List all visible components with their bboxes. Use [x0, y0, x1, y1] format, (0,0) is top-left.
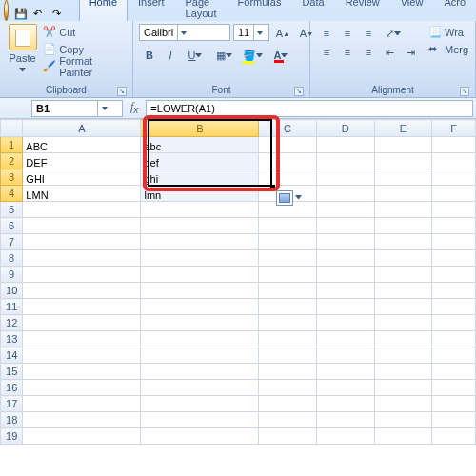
dialog-launcher-icon[interactable]: ↘	[117, 87, 127, 96]
row-header-1[interactable]: 1	[1, 137, 23, 153]
format-painter-button[interactable]: 🖌️Format Painter	[43, 58, 127, 75]
cell-E10[interactable]	[374, 283, 432, 299]
row-header-12[interactable]: 12	[1, 315, 23, 331]
dialog-launcher-icon[interactable]: ↘	[460, 87, 469, 96]
cell-B9[interactable]	[141, 267, 259, 283]
cell-F2[interactable]	[432, 153, 476, 169]
border-button[interactable]: ▦	[209, 46, 238, 65]
autofill-options-button[interactable]	[276, 190, 293, 206]
row-header-8[interactable]: 8	[1, 250, 23, 267]
cell-B19[interactable]	[141, 428, 259, 445]
cell-A2[interactable]: DEF	[23, 153, 141, 169]
cell-D3[interactable]	[316, 169, 374, 186]
formula-input[interactable]: =LOWER(A1)	[146, 100, 473, 117]
row-header-15[interactable]: 15	[1, 364, 23, 380]
cell-A13[interactable]	[23, 331, 141, 347]
cell-F8[interactable]	[432, 250, 476, 267]
col-header-C[interactable]: C	[259, 120, 317, 137]
cell-F17[interactable]	[432, 396, 476, 412]
cell-F4[interactable]	[432, 186, 476, 202]
col-header-A[interactable]: A	[23, 120, 141, 137]
cell-E18[interactable]	[374, 412, 432, 428]
cell-B17[interactable]	[141, 396, 259, 412]
cell-C13[interactable]	[259, 331, 317, 347]
cell-D2[interactable]	[316, 153, 374, 169]
paste-button[interactable]: Paste	[6, 24, 39, 75]
wrap-text-button[interactable]: 📃Wra	[428, 24, 468, 41]
tab-page-layout[interactable]: Page Layout	[175, 0, 228, 21]
row-header-18[interactable]: 18	[1, 412, 23, 428]
grow-font-button[interactable]: A▲	[272, 24, 293, 43]
cell-D5[interactable]	[316, 202, 374, 218]
row-header-4[interactable]: 4	[1, 186, 23, 202]
cell-E3[interactable]	[374, 169, 432, 186]
cell-E5[interactable]	[374, 202, 432, 218]
cell-F11[interactable]	[432, 299, 476, 315]
cell-B4[interactable]: lmn	[141, 186, 259, 202]
cell-F14[interactable]	[432, 347, 476, 364]
cell-F12[interactable]	[432, 315, 476, 331]
cell-B14[interactable]	[141, 347, 259, 364]
align-bottom-button[interactable]: ≡	[358, 24, 379, 43]
cell-B11[interactable]	[141, 299, 259, 315]
cell-C7[interactable]	[259, 234, 317, 250]
cell-D6[interactable]	[316, 218, 374, 234]
italic-button[interactable]: I	[160, 46, 181, 65]
cell-E12[interactable]	[374, 315, 432, 331]
cut-button[interactable]: ✂️Cut	[43, 24, 127, 41]
cell-C10[interactable]	[259, 283, 317, 299]
cell-B1[interactable]: abc	[141, 137, 259, 153]
chevron-down-icon[interactable]	[97, 101, 110, 116]
cell-C11[interactable]	[259, 299, 317, 315]
cell-C2[interactable]	[259, 153, 317, 169]
row-header-14[interactable]: 14	[1, 347, 23, 364]
cell-B6[interactable]	[141, 218, 259, 234]
cell-D10[interactable]	[316, 283, 374, 299]
cell-F5[interactable]	[432, 202, 476, 218]
cell-D11[interactable]	[316, 299, 374, 315]
cell-B16[interactable]	[141, 380, 259, 396]
align-left-button[interactable]: ≡	[316, 43, 337, 62]
dialog-launcher-icon[interactable]: ↘	[294, 87, 304, 96]
tab-view[interactable]: View	[390, 0, 434, 21]
row-header-16[interactable]: 16	[1, 380, 23, 396]
cell-B3[interactable]: ghi	[141, 169, 259, 186]
undo-icon[interactable]: ↶	[33, 8, 47, 21]
cell-A17[interactable]	[23, 396, 141, 412]
cell-B15[interactable]	[141, 364, 259, 380]
align-center-button[interactable]: ≡	[337, 43, 358, 62]
worksheet-grid[interactable]: ABCDEF1ABCabc2DEFdef3GHIghi4LMNlmn567891…	[0, 119, 476, 445]
cell-A12[interactable]	[23, 315, 141, 331]
merge-center-button[interactable]: ⬌Merg	[428, 41, 468, 58]
col-header-B[interactable]: B	[141, 120, 259, 137]
name-box-input[interactable]	[32, 103, 97, 114]
cell-C9[interactable]	[259, 267, 317, 283]
row-header-17[interactable]: 17	[1, 396, 23, 412]
cell-B2[interactable]: def	[141, 153, 259, 169]
row-header-6[interactable]: 6	[1, 218, 23, 234]
cell-D8[interactable]	[316, 250, 374, 267]
cell-C15[interactable]	[259, 364, 317, 380]
align-right-button[interactable]: ≡	[358, 43, 379, 62]
cell-D7[interactable]	[316, 234, 374, 250]
increase-indent-button[interactable]: ⇥	[400, 43, 421, 62]
col-header-E[interactable]: E	[374, 120, 432, 137]
fx-icon[interactable]: fx	[125, 100, 144, 115]
cell-F13[interactable]	[432, 331, 476, 347]
cell-A5[interactable]	[23, 202, 141, 218]
cell-F16[interactable]	[432, 380, 476, 396]
cell-C19[interactable]	[259, 428, 317, 445]
cell-D16[interactable]	[316, 380, 374, 396]
cell-A10[interactable]	[23, 283, 141, 299]
cell-A11[interactable]	[23, 299, 141, 315]
cell-C17[interactable]	[259, 396, 317, 412]
underline-button[interactable]: U	[181, 46, 209, 65]
row-header-9[interactable]: 9	[1, 267, 23, 283]
decrease-indent-button[interactable]: ⇤	[379, 43, 400, 62]
select-all-button[interactable]	[1, 120, 23, 137]
cell-E11[interactable]	[374, 299, 432, 315]
row-header-7[interactable]: 7	[1, 234, 23, 250]
cell-E19[interactable]	[374, 428, 432, 445]
font-color-button[interactable]: A	[267, 46, 295, 65]
cell-E8[interactable]	[374, 250, 432, 267]
